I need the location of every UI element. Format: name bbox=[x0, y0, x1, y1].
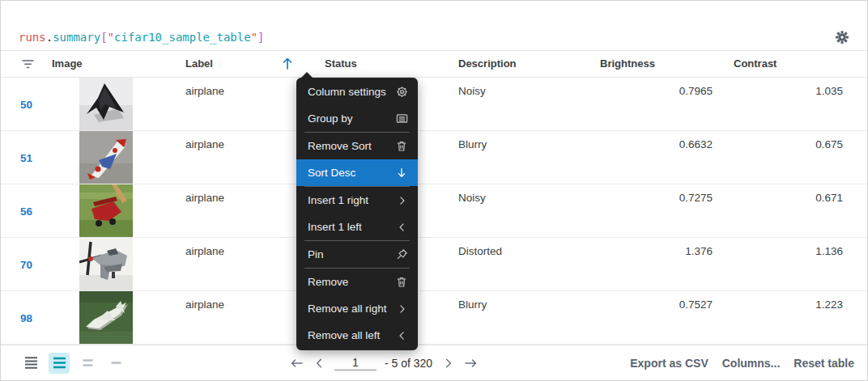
label-cell: airplane bbox=[185, 192, 224, 204]
pin-icon bbox=[395, 248, 408, 261]
table-key-title: runs.summary["cifar10_sample_table"] bbox=[19, 31, 265, 44]
table-header-row: Image Label Status Description Brightnes… bbox=[1, 51, 867, 78]
row-height-medium-icon[interactable] bbox=[49, 353, 70, 374]
table-settings-gear-icon[interactable] bbox=[835, 30, 849, 44]
page-range-label: - 5 of 320 bbox=[385, 357, 432, 370]
group-by-icon bbox=[395, 112, 408, 125]
menu-item-group-by[interactable]: Group by bbox=[296, 105, 418, 132]
table-footer: - 5 of 320 Export as CSV Columns... Rese… bbox=[1, 345, 867, 380]
cifar-image-thumbnail[interactable] bbox=[79, 238, 133, 290]
menu-item-remove-all-left[interactable]: Remove all left bbox=[296, 322, 418, 349]
table-row: 56 airplane Noisy 0.7275 0.671 bbox=[1, 184, 867, 238]
column-header-status[interactable]: Status bbox=[325, 57, 357, 70]
description-cell: Blurry bbox=[458, 298, 487, 311]
trash-icon bbox=[395, 140, 408, 153]
footer-actions: Export as CSV Columns... Reset table bbox=[630, 357, 854, 370]
chevron-right-icon bbox=[395, 194, 408, 207]
menu-item-insert-1-left[interactable]: Insert 1 left bbox=[296, 214, 418, 240]
table-panel: runs.summary["cifar10_sample_table"] Ima… bbox=[0, 0, 868, 381]
chevron-right-icon bbox=[395, 303, 408, 315]
brightness-cell: 0.6632 bbox=[679, 138, 713, 150]
brightness-cell: 0.7527 bbox=[679, 298, 713, 311]
cifar-image-thumbnail[interactable] bbox=[79, 131, 133, 184]
last-page-arrow-icon[interactable] bbox=[463, 356, 478, 370]
gear-icon bbox=[395, 86, 408, 99]
menu-item-remove-sort[interactable]: Remove Sort bbox=[296, 133, 418, 159]
column-header-label[interactable]: Label bbox=[185, 57, 213, 70]
first-page-arrow-icon[interactable] bbox=[289, 356, 304, 370]
column-header-brightness[interactable]: Brightness bbox=[600, 57, 655, 70]
menu-item-insert-1-right[interactable]: Insert 1 right bbox=[296, 187, 418, 214]
row-height-controls bbox=[20, 353, 126, 374]
reset-table-button[interactable]: Reset table bbox=[794, 357, 854, 370]
menu-item-remove[interactable]: Remove bbox=[296, 269, 418, 295]
row-index-link[interactable]: 98 bbox=[20, 311, 32, 324]
description-cell: Noisy bbox=[458, 192, 486, 204]
column-header-image[interactable]: Image bbox=[52, 57, 83, 70]
column-header-contrast[interactable]: Contrast bbox=[734, 57, 777, 70]
row-height-large-icon[interactable] bbox=[77, 353, 98, 374]
filter-icon[interactable] bbox=[22, 58, 34, 73]
menu-item-column-settings[interactable]: Column settings bbox=[296, 78, 418, 105]
sort-asc-arrow-icon[interactable] bbox=[281, 57, 294, 74]
contrast-cell: 0.675 bbox=[815, 138, 843, 150]
next-page-chevron-icon[interactable] bbox=[440, 356, 455, 370]
brightness-cell: 0.7275 bbox=[679, 192, 713, 204]
menu-caret bbox=[300, 72, 313, 78]
description-cell: Noisy bbox=[458, 85, 486, 97]
menu-item-sort-desc[interactable]: Sort Desc bbox=[296, 159, 418, 186]
row-height-huge-icon[interactable] bbox=[105, 353, 126, 374]
title-bar: runs.summary["cifar10_sample_table"] bbox=[1, 1, 867, 51]
contrast-cell: 1.223 bbox=[815, 298, 843, 311]
contrast-cell: 1.136 bbox=[815, 245, 843, 257]
page-number-input[interactable] bbox=[334, 355, 377, 370]
menu-item-remove-all-right[interactable]: Remove all right bbox=[296, 295, 418, 322]
label-cell: airplane bbox=[185, 85, 224, 97]
description-cell: Distorted bbox=[458, 245, 502, 257]
row-height-small-icon[interactable] bbox=[20, 353, 41, 374]
column-header-description[interactable]: Description bbox=[458, 57, 517, 70]
table-row: 98 airplane Blurry 0.7527 1.223 bbox=[1, 291, 867, 345]
column-context-menu: Column settings Group by Remove Sort bbox=[296, 78, 418, 350]
chevron-left-icon bbox=[395, 329, 408, 342]
brightness-cell: 1.376 bbox=[685, 245, 713, 257]
table-row: 51 airplane Blurry 0.6632 0.675 bbox=[1, 131, 867, 184]
row-index-link[interactable]: 56 bbox=[20, 205, 32, 217]
chevron-left-icon bbox=[395, 221, 408, 234]
menu-item-pin[interactable]: Pin bbox=[296, 241, 418, 268]
contrast-cell: 1.035 bbox=[815, 85, 843, 97]
row-index-link[interactable]: 70 bbox=[20, 258, 32, 270]
export-csv-button[interactable]: Export as CSV bbox=[630, 357, 708, 370]
arrow-down-icon bbox=[395, 167, 408, 180]
contrast-cell: 0.671 bbox=[815, 192, 843, 204]
cifar-image-thumbnail[interactable] bbox=[79, 291, 133, 344]
label-cell: airplane bbox=[185, 298, 224, 311]
row-index-link[interactable]: 50 bbox=[20, 98, 32, 110]
description-cell: Blurry bbox=[458, 138, 487, 150]
row-index-link[interactable]: 51 bbox=[20, 151, 32, 163]
cifar-image-thumbnail[interactable] bbox=[79, 184, 133, 237]
brightness-cell: 0.7965 bbox=[679, 85, 713, 97]
label-cell: airplane bbox=[185, 138, 224, 150]
label-cell: airplane bbox=[185, 245, 224, 257]
prev-page-chevron-icon[interactable] bbox=[312, 356, 326, 370]
table-row: 50 airplane Noisy 0.7965 1.035 bbox=[1, 78, 867, 131]
pagination: - 5 of 320 bbox=[289, 355, 478, 370]
columns-button[interactable]: Columns... bbox=[722, 357, 781, 370]
table-row: 70 airplane Distorted 1.376 bbox=[1, 238, 867, 291]
cifar-image-thumbnail[interactable] bbox=[79, 78, 133, 130]
trash-icon bbox=[395, 276, 408, 289]
